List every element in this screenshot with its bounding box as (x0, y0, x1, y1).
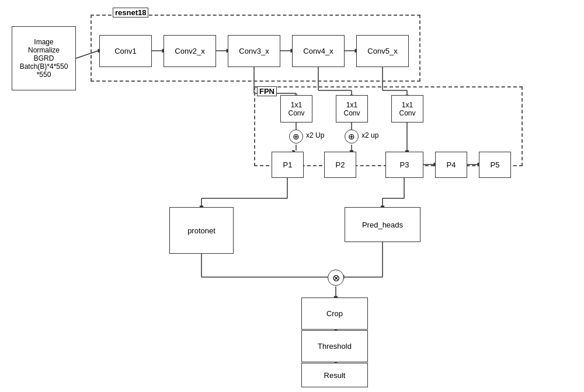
threshold-label: Threshold (318, 342, 352, 351)
p5-label: P5 (491, 160, 500, 169)
result-box: Result (301, 363, 368, 387)
p4-label: P4 (447, 160, 456, 169)
protonet-label: protonet (187, 226, 215, 235)
pred-heads-label: Pred_heads (362, 220, 403, 229)
protonet-box: protonet (169, 207, 234, 254)
conv3x-label: Conv3_x (239, 47, 269, 55)
conv1x1-2-label: 1x1Conv (343, 101, 360, 117)
crop-box: Crop (301, 298, 368, 330)
x2up-2-label: x2 up (360, 131, 380, 139)
resnet18-label: resnet18 (113, 8, 148, 18)
architecture-diagram: resnet18 FPN ImageNormalizeBGRDBatch(B)*… (0, 0, 584, 392)
p4-box: P4 (435, 152, 467, 178)
plus-circle-2: ⊕ (345, 130, 359, 144)
conv5x-label: Conv5_x (367, 47, 397, 55)
p5-box: P5 (479, 152, 511, 178)
conv1x1-3-label: 1x1Conv (399, 101, 415, 117)
conv1-label: Conv1 (114, 47, 137, 55)
conv4x-label: Conv4_x (303, 47, 333, 55)
multiply-circle: ⊗ (328, 270, 344, 286)
input-label: ImageNormalizeBGRDBatch(B)*4*550*550 (20, 38, 68, 79)
conv3x-box: Conv3_x (228, 35, 280, 67)
p3-box: P3 (385, 152, 423, 178)
conv1x1-1-box: 1x1Conv (280, 95, 312, 123)
conv1x1-3-box: 1x1Conv (391, 95, 423, 123)
threshold-box: Threshold (301, 330, 368, 362)
plus-circle-1: ⊕ (289, 130, 303, 144)
result-label: Result (324, 371, 346, 380)
conv4x-box: Conv4_x (292, 35, 345, 67)
input-box: ImageNormalizeBGRDBatch(B)*4*550*550 (12, 26, 76, 90)
pred-heads-box: Pred_heads (345, 207, 420, 242)
conv1-box: Conv1 (99, 35, 152, 67)
p2-box: P2 (324, 152, 356, 178)
p2-label: P2 (336, 160, 345, 169)
conv2x-box: Conv2_x (164, 35, 216, 67)
p1-box: P1 (272, 152, 304, 178)
conv1x1-1-label: 1x1Conv (288, 101, 304, 117)
conv1x1-2-box: 1x1Conv (336, 95, 368, 123)
p3-label: P3 (400, 160, 409, 169)
crop-label: Crop (326, 309, 343, 318)
p1-label: P1 (283, 160, 293, 169)
fpn-label: FPN (257, 86, 277, 96)
conv5x-box: Conv5_x (356, 35, 409, 67)
x2up-1-label: x2 Up (305, 131, 325, 139)
conv2x-label: Conv2_x (175, 47, 204, 55)
